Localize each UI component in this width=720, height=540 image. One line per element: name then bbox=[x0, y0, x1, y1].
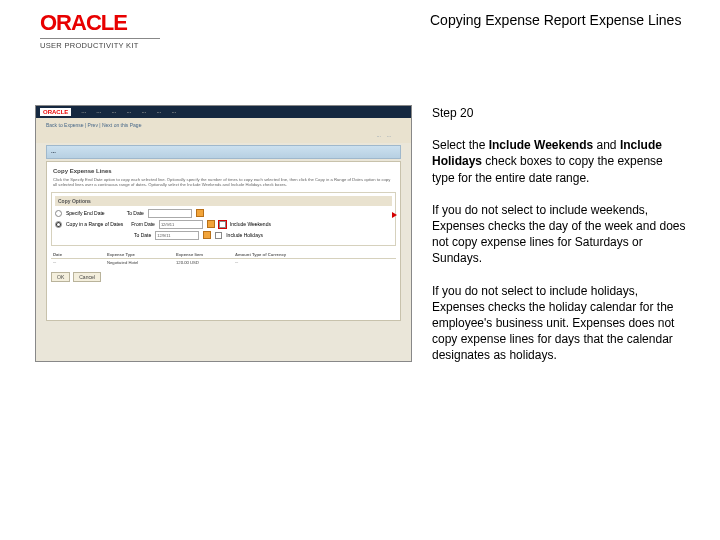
col-amount: Amount Type of Currency bbox=[233, 251, 302, 258]
shot-brand: ORACLE bbox=[40, 108, 71, 116]
calendar-icon[interactable] bbox=[196, 209, 204, 217]
instruction-p1: Select the Include Weekends and Include … bbox=[432, 137, 687, 186]
shot-breadcrumb: Back to Expense | Prev | Next on this Pa… bbox=[36, 118, 411, 132]
radio-range-label: Copy in a Range of Dates bbox=[66, 221, 123, 227]
instruction-p2: If you do not select to include weekends… bbox=[432, 202, 687, 267]
from-date-label: From Date bbox=[131, 221, 155, 227]
shot-link-row: ······ bbox=[36, 132, 411, 143]
brand-subline: USER PRODUCTIVITY KIT bbox=[40, 38, 160, 50]
calendar-icon[interactable] bbox=[207, 220, 215, 228]
brand-logo: ORACLE USER PRODUCTIVITY KIT bbox=[40, 10, 200, 50]
checkbox-weekends-label: Include Weekends bbox=[230, 221, 271, 227]
radio-range-dates[interactable] bbox=[55, 221, 62, 228]
brand-name: ORACLE bbox=[40, 10, 200, 36]
to-date-field-2[interactable]: 12/9/11 bbox=[155, 231, 199, 240]
shot-modal-desc: Click the Specify End Date option to cop… bbox=[53, 177, 394, 188]
to-date-label: To Date bbox=[127, 210, 144, 216]
screenshot-thumbnail: ORACLE ····················· Back to Exp… bbox=[35, 105, 412, 362]
checkbox-include-weekends[interactable] bbox=[219, 221, 226, 228]
shot-modal-title: Copy Expense Lines bbox=[53, 168, 396, 174]
col-type: Expense Type bbox=[105, 251, 174, 258]
continuation-arrow-icon bbox=[392, 212, 397, 218]
radio-specify-end-date[interactable] bbox=[55, 210, 62, 217]
col-item: Expense Item bbox=[174, 251, 233, 258]
shot-section-header: ··· bbox=[46, 145, 401, 159]
instruction-p3: If you do not select to include holidays… bbox=[432, 283, 687, 364]
col-date: Date bbox=[51, 251, 105, 258]
cell-item: 120.00 USD bbox=[174, 259, 233, 266]
instruction-pane: Step 20 Select the Include Weekends and … bbox=[432, 105, 687, 379]
to-date-label-2: To Date bbox=[134, 232, 151, 238]
checkbox-holidays-label: Include Holidays bbox=[226, 232, 263, 238]
shot-opts-title: Copy Options bbox=[55, 196, 392, 206]
to-date-field-1[interactable] bbox=[148, 209, 192, 218]
ok-button[interactable]: OK bbox=[51, 272, 70, 282]
cell-type: Negotiated Hotel bbox=[105, 259, 174, 266]
from-date-field[interactable]: 12/9/11 bbox=[159, 220, 203, 229]
radio-specify-label: Specify End Date bbox=[66, 210, 105, 216]
cancel-button[interactable]: Cancel bbox=[73, 272, 101, 282]
cell-amount: ··· bbox=[233, 259, 302, 266]
step-label: Step 20 bbox=[432, 105, 687, 121]
shot-tabs: ····················· bbox=[81, 109, 176, 115]
cell-date: ··· bbox=[51, 259, 105, 266]
calendar-icon[interactable] bbox=[203, 231, 211, 239]
checkbox-include-holidays[interactable] bbox=[215, 232, 222, 239]
page-title: Copying Expense Report Expense Lines bbox=[430, 10, 681, 28]
